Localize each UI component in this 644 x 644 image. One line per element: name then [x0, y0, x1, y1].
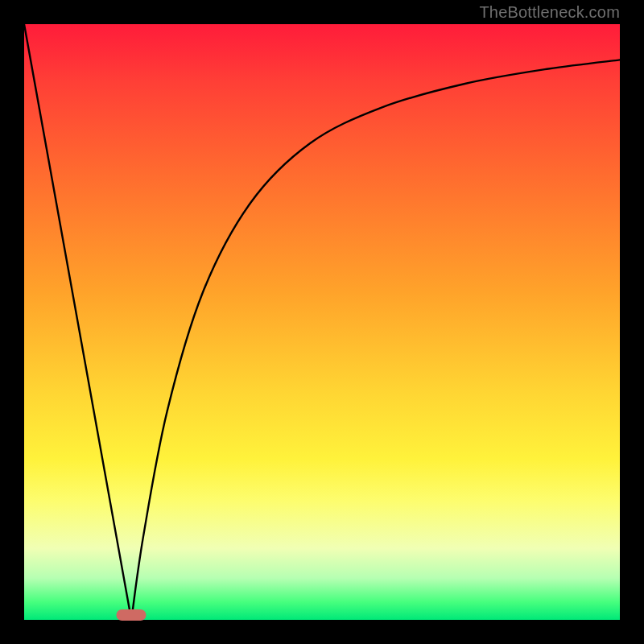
bottleneck-marker — [117, 609, 147, 621]
curve-left-line — [24, 24, 131, 620]
plot-area — [24, 24, 620, 620]
watermark-text: TheBottleneck.com — [479, 3, 620, 22]
curve-svg — [24, 24, 620, 620]
curve-right-arc — [131, 60, 620, 620]
chart-frame: TheBottleneck.com — [0, 0, 644, 644]
